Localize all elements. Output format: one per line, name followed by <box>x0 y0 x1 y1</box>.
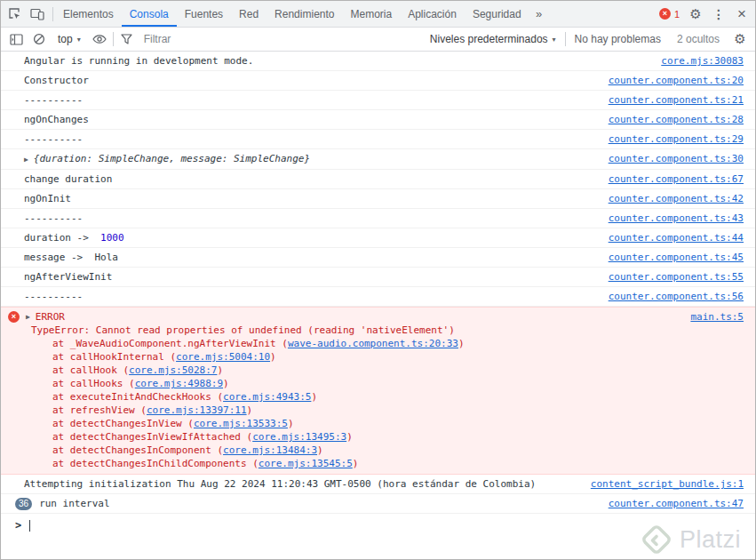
inspect-element-button[interactable] <box>3 1 26 27</box>
log-levels-label: Niveles predeterminados <box>430 33 548 45</box>
filter-box <box>115 28 338 51</box>
toolbar-right-controls: Niveles predeterminados ▾ No hay problem… <box>423 28 752 51</box>
stack-frame: at callHook (core.mjs:5028:7) <box>1 364 755 377</box>
stack-frame-text: at detectChangesInComponent ( <box>52 444 223 456</box>
stack-source-link[interactable]: core.mjs:5028:7 <box>129 364 217 376</box>
console-row: ngOnInitcounter.component.ts:42 <box>1 189 755 209</box>
stack-source-link[interactable]: core.mjs:4988:9 <box>135 378 223 389</box>
stack-source-link[interactable]: core.mjs:4943:5 <box>223 391 311 403</box>
source-link[interactable]: counter.component.ts:47 <box>598 497 755 511</box>
error-message-text: TypeError: Cannot read properties of und… <box>1 324 755 337</box>
tab-red[interactable]: Red <box>231 1 267 27</box>
message-label: Attempting initialization Thu Aug 22 202… <box>24 478 536 490</box>
console-row: Angular is running in development mode.c… <box>1 52 755 71</box>
source-link[interactable]: counter.component.ts:44 <box>598 231 755 245</box>
source-link[interactable]: counter.component.ts:28 <box>598 113 755 127</box>
expand-arrow-icon[interactable]: ▶ <box>26 310 30 324</box>
kebab-menu-button[interactable]: ⋮ <box>707 1 730 27</box>
context-selector[interactable]: top ▾ <box>51 33 88 45</box>
divider <box>565 32 566 46</box>
source-link[interactable]: counter.component.ts:30 <box>598 152 755 166</box>
stack-frame-text: ) <box>311 391 317 403</box>
clear-console-icon <box>33 33 45 45</box>
source-link[interactable]: content_script_bundle.js:1 <box>580 477 755 492</box>
message-label: duration -> <box>24 232 100 244</box>
source-link[interactable]: counter.component.ts:55 <box>598 270 755 284</box>
object-preview: {duration: SimpleChange, message: Simple… <box>34 153 310 164</box>
stack-source-link[interactable]: core.mjs:13545:5 <box>259 458 353 469</box>
tab-aplicacion[interactable]: Aplicación <box>400 1 465 27</box>
stack-source-link[interactable]: wave-audio.component.ts:20:33 <box>288 338 458 349</box>
devtools-tabbar: ElementosConsolaFuentesRedRendimientoMem… <box>1 1 755 28</box>
stack-frame-text: ) <box>247 404 253 416</box>
stack-source-link[interactable]: core.mjs:13495:3 <box>252 431 346 443</box>
source-link[interactable]: core.mjs:30083 <box>650 54 755 68</box>
hidden-messages-count[interactable]: 2 ocultos <box>677 33 720 45</box>
expand-arrow-icon[interactable]: ▶ <box>24 153 28 167</box>
console-row: ----------counter.component.ts:56 <box>1 287 755 307</box>
source-link[interactable]: main.ts:5 <box>680 310 755 324</box>
panel-tabs: ElementosConsolaFuentesRedRendimientoMem… <box>55 1 529 27</box>
error-header: ×▶ERRORmain.ts:5 <box>1 310 755 324</box>
message-label: change duration <box>24 173 112 185</box>
stack-source-link[interactable]: core.mjs:13397:11 <box>147 404 247 416</box>
repeat-count-badge: 36 <box>15 498 32 510</box>
console-row: ▶{duration: SimpleChange, message: Simpl… <box>1 149 755 170</box>
message-text: ▶{duration: SimpleChange, message: Simpl… <box>24 152 310 167</box>
console-row: Constructorcounter.component.ts:20 <box>1 71 755 91</box>
stack-frame: at detectChangesInView (core.mjs:13533:5… <box>1 417 755 430</box>
stack-source-link[interactable]: core.mjs:5004:10 <box>176 351 270 363</box>
live-expression-button[interactable] <box>88 28 111 51</box>
message-text: 36run interval <box>15 497 110 511</box>
more-tabs-button[interactable]: » <box>529 1 549 27</box>
source-link[interactable]: counter.component.ts:67 <box>598 172 755 187</box>
console-row: ----------counter.component.ts:43 <box>1 209 755 228</box>
error-count-label: 1 <box>674 9 680 20</box>
stack-source-link[interactable]: core.mjs:13533:5 <box>194 418 288 429</box>
error-icon: × <box>8 311 20 323</box>
stack-frame: at refreshView (core.mjs:13397:11) <box>1 404 755 417</box>
message-label: Angular is running in development mode. <box>24 55 253 67</box>
device-toolbar-icon <box>30 8 44 20</box>
stack-frame: at detectChangesInChildComponents (core.… <box>1 457 755 470</box>
tabbar-left-icons <box>1 1 51 27</box>
source-link[interactable]: counter.component.ts:21 <box>598 93 755 108</box>
source-link[interactable]: counter.component.ts:43 <box>598 212 755 226</box>
error-title: ERROR <box>36 310 65 324</box>
console-sidebar-toggle-button[interactable] <box>4 28 28 51</box>
gear-icon: ⚙ <box>734 31 745 47</box>
tab-rendimiento[interactable]: Rendimiento <box>267 1 342 27</box>
source-link[interactable]: counter.component.ts:56 <box>598 290 755 304</box>
close-devtools-button[interactable]: × <box>730 1 753 27</box>
message-text: ---------- <box>24 93 83 108</box>
settings-gear-button[interactable]: ⚙ <box>684 1 707 27</box>
tab-fuentes[interactable]: Fuentes <box>177 1 231 27</box>
issues-status[interactable]: No hay problemas <box>575 33 661 45</box>
source-link[interactable]: counter.component.ts:42 <box>598 192 755 206</box>
tab-elementos[interactable]: Elementos <box>55 1 122 27</box>
message-text: change duration <box>24 172 112 187</box>
devtools-window: ElementosConsolaFuentesRedRendimientoMem… <box>0 0 756 560</box>
tab-memoria[interactable]: Memoria <box>342 1 400 27</box>
console-row: change durationcounter.component.ts:67 <box>1 170 755 189</box>
tab-consola[interactable]: Consola <box>122 1 177 27</box>
message-label: run interval <box>39 498 109 509</box>
device-toolbar-button[interactable] <box>26 1 49 27</box>
stack-frame: at detectChangesInComponent (core.mjs:13… <box>1 444 755 457</box>
stack-frame-text: ) <box>217 364 223 376</box>
close-icon: × <box>737 5 746 23</box>
source-link[interactable]: counter.component.ts:20 <box>598 74 755 88</box>
stack-source-link[interactable]: core.mjs:13484:3 <box>223 444 317 456</box>
number-value: 1000 <box>100 232 124 244</box>
message-text: Attempting initialization Thu Aug 22 202… <box>24 477 536 492</box>
error-count-badge[interactable]: × 1 <box>655 8 684 20</box>
log-levels-dropdown[interactable]: Niveles predeterminados ▾ <box>423 33 563 45</box>
clear-console-button[interactable] <box>28 28 51 51</box>
tab-seguridad[interactable]: Seguridad <box>465 1 529 27</box>
source-link[interactable]: counter.component.ts:29 <box>598 132 755 147</box>
console-settings-button[interactable]: ⚙ <box>728 28 752 51</box>
source-link[interactable]: counter.component.ts:45 <box>598 251 755 265</box>
message-text: ngAfterViewInit <box>24 270 112 284</box>
console-row: message -> Holacounter.component.ts:45 <box>1 248 755 268</box>
filter-input[interactable] <box>142 32 338 46</box>
